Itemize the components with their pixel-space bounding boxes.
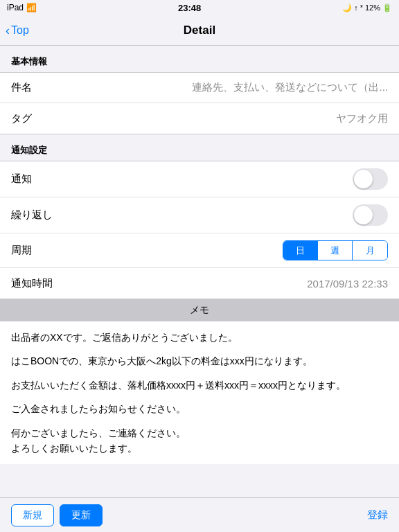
memo-paragraph: はこBOONでの、東京から大阪へ2kg以下の料金はxxx円になります。 — [11, 353, 388, 369]
moon-icon: 🌙 — [342, 3, 352, 12]
register-button[interactable]: 登録 — [367, 508, 388, 522]
segment-week[interactable]: 週 — [318, 241, 353, 260]
ipad-label: iPad — [7, 3, 24, 12]
memo-section-header: メモ — [0, 299, 399, 321]
table-row: タグ ヤフオク用 — [0, 103, 399, 134]
toggle-thumb — [354, 170, 373, 188]
status-time: 23:48 — [178, 3, 201, 13]
repeat-label: 繰り返し — [11, 209, 73, 222]
notification-table: 通知 繰り返し 周期 日 週 月 通知時間 2017 — [0, 161, 399, 299]
status-right: 🌙 ↑ * 12% 🔋 — [342, 3, 392, 12]
toggle-thumb — [354, 206, 373, 224]
toolbar-left-buttons: 新規 更新 — [11, 504, 103, 526]
period-segment[interactable]: 日 週 月 — [283, 240, 388, 260]
bottom-toolbar: 新規 更新 登録 — [0, 497, 399, 532]
nav-bar: ‹ Top Detail — [0, 15, 399, 46]
notification-label: 通知 — [11, 172, 73, 186]
section-header-notification: 通知設定 — [0, 134, 399, 161]
table-row: 通知 — [0, 161, 399, 197]
memo-line: 何かございましたら、ご連絡ください。 — [11, 425, 388, 441]
main-content: 基本情報 件名 連絡先、支払い、発送などについて（出... タグ ヤフオク用 通… — [0, 46, 399, 497]
new-button[interactable]: 新規 — [11, 504, 54, 526]
memo-paragraph: ご入金されましたらお知らせください。 — [11, 401, 388, 416]
table-row: 件名 連絡先、支払い、発送などについて（出... — [0, 73, 399, 103]
repeat-toggle[interactable] — [353, 204, 388, 226]
segment-month[interactable]: 月 — [353, 241, 387, 260]
basic-info-table: 件名 連絡先、支払い、発送などについて（出... タグ ヤフオク用 — [0, 72, 399, 134]
bluetooth-icon: * — [360, 3, 363, 12]
tag-label: タグ — [11, 112, 73, 125]
back-label[interactable]: Top — [11, 24, 29, 37]
table-row: 繰り返し — [0, 197, 399, 233]
status-bar: iPad 📶 23:48 🌙 ↑ * 12% 🔋 — [0, 0, 399, 15]
subject-value: 連絡先、支払い、発送などについて（出... — [73, 81, 388, 94]
memo-line: よろしくお願いいたします。 — [11, 441, 388, 456]
table-row: 周期 日 週 月 — [0, 233, 399, 268]
battery-label: 12% — [365, 3, 380, 12]
notification-time-label: 通知時間 — [11, 277, 73, 290]
notification-toggle[interactable] — [353, 168, 388, 190]
chevron-left-icon: ‹ — [6, 24, 10, 37]
location-icon: ↑ — [354, 3, 358, 12]
segment-day[interactable]: 日 — [283, 241, 318, 260]
notification-time-value: 2017/09/13 22:33 — [73, 278, 388, 290]
back-button[interactable]: ‹ Top — [6, 24, 29, 37]
memo-content: 出品者のXXです。ご返信ありがとうございました。 はこBOONでの、東京から大阪… — [0, 321, 399, 464]
update-button[interactable]: 更新 — [60, 504, 103, 526]
tag-value: ヤフオク用 — [73, 112, 388, 125]
page-title: Detail — [184, 24, 215, 37]
memo-paragraph: 出品者のXXです。ご返信ありがとうございました。 — [11, 330, 388, 345]
battery-icon: 🔋 — [382, 3, 392, 12]
table-row: 通知時間 2017/09/13 22:33 — [0, 268, 399, 299]
subject-label: 件名 — [11, 81, 73, 94]
memo-paragraph: 何かございましたら、ご連絡ください。 よろしくお願いいたします。 — [11, 425, 388, 456]
period-label: 周期 — [11, 244, 73, 257]
status-left: iPad 📶 — [7, 3, 37, 12]
memo-paragraph: お支払いいただく金額は、落札価格xxxx円＋送料xxx円＝xxxx円となります。 — [11, 378, 388, 393]
section-header-basic: 基本情報 — [0, 46, 399, 72]
wifi-icon: 📶 — [26, 3, 37, 12]
